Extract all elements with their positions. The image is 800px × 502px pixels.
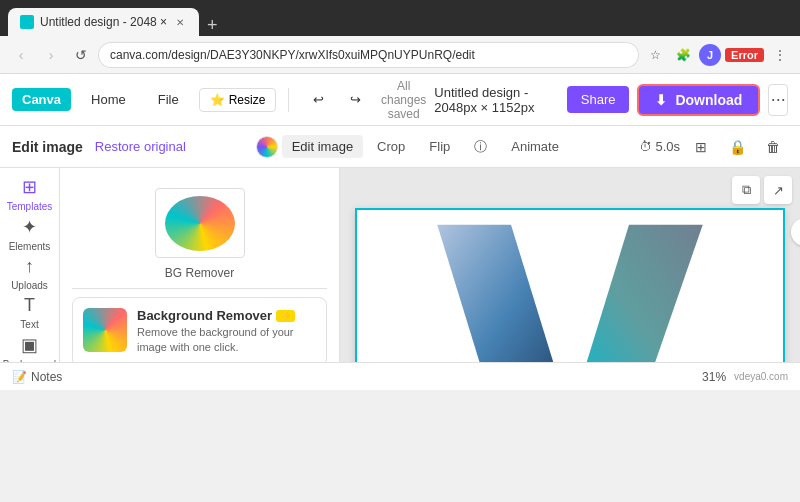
edit-toolbar-right: ⏱ 5.0s ⊞ 🔒 🗑 bbox=[639, 132, 788, 162]
restore-btn[interactable]: Restore original bbox=[95, 139, 186, 154]
edit-image-label: Edit image bbox=[12, 139, 83, 155]
tab-info[interactable]: ⓘ bbox=[464, 134, 497, 160]
tab-flip[interactable]: Flip bbox=[419, 135, 460, 158]
panel-inner: BG Remover Background Remover ⚡ Remove t… bbox=[60, 168, 339, 362]
tab-favicon bbox=[20, 15, 34, 29]
resize-btn[interactable]: ⭐ Resize bbox=[199, 88, 277, 112]
canvas-wrapper: ↺ bbox=[340, 168, 800, 362]
color-filter-btn[interactable] bbox=[256, 136, 278, 158]
browser-chrome: Untitled design - 2048 × ✕ + bbox=[0, 0, 800, 36]
svg-marker-0 bbox=[437, 225, 570, 362]
time-display: ⏱ 5.0s bbox=[639, 139, 680, 154]
download-label: Download bbox=[675, 92, 742, 108]
bg-remover-desc: Remove the background of your image with… bbox=[137, 325, 316, 356]
undo-btn[interactable]: ↩ bbox=[301, 86, 336, 113]
new-tab-btn[interactable]: + bbox=[199, 15, 226, 36]
saved-status: All changes saved bbox=[381, 79, 426, 121]
bg-remover-label: BG Remover bbox=[72, 266, 327, 280]
elements-label: Elements bbox=[9, 241, 51, 252]
uploads-icon: ↑ bbox=[25, 256, 34, 277]
canvas-area: ⧉ ↗ bbox=[340, 168, 800, 362]
sidebar-item-uploads[interactable]: ↑ Uploads bbox=[4, 256, 56, 291]
canvas-frame[interactable]: ↺ bbox=[355, 208, 785, 362]
pro-badge: ⚡ bbox=[276, 310, 295, 322]
templates-icon: ⊞ bbox=[22, 176, 37, 198]
file-btn[interactable]: File bbox=[146, 86, 191, 113]
text-label: Text bbox=[20, 319, 38, 330]
reload-btn[interactable]: ↺ bbox=[68, 42, 94, 68]
star-icon: ⭐ bbox=[210, 93, 225, 107]
edit-panel: BG Remover Background Remover ⚡ Remove t… bbox=[60, 168, 340, 362]
nav-right: ☆ 🧩 J Error ⋮ bbox=[643, 43, 792, 67]
clock-icon: ⏱ bbox=[639, 139, 652, 154]
notes-icon: 📝 bbox=[12, 370, 27, 384]
download-icon: ⬇ bbox=[655, 92, 667, 108]
tab-close-btn[interactable]: ✕ bbox=[173, 15, 187, 29]
svg-marker-1 bbox=[570, 225, 703, 362]
templates-label: Templates bbox=[7, 201, 53, 212]
error-badge: Error bbox=[725, 48, 764, 62]
tab-animate[interactable]: Animate bbox=[501, 135, 569, 158]
download-btn[interactable]: ⬇ Download bbox=[637, 84, 760, 116]
divider-1 bbox=[288, 88, 289, 112]
background-icon: ▣ bbox=[21, 334, 38, 356]
refresh-btn[interactable]: ↺ bbox=[791, 218, 800, 246]
status-bar: 📝 Notes 31% vdeya0.com bbox=[0, 362, 800, 390]
user-avatar: J bbox=[699, 44, 721, 66]
extensions-btn[interactable]: 🧩 bbox=[671, 43, 695, 67]
forward-btn[interactable]: › bbox=[38, 42, 64, 68]
redo-btn[interactable]: ↪ bbox=[338, 86, 373, 113]
menu-btn[interactable]: ⋮ bbox=[768, 43, 792, 67]
bg-remover-card[interactable]: Background Remover ⚡ Remove the backgrou… bbox=[72, 297, 327, 362]
address-bar[interactable] bbox=[98, 42, 639, 68]
watermark: vdeya0.com bbox=[734, 371, 788, 382]
tab-crop[interactable]: Crop bbox=[367, 135, 415, 158]
sidebar-item-elements[interactable]: ✦ Elements bbox=[4, 216, 56, 252]
canva-logo: Canva bbox=[12, 88, 71, 111]
zoom-level: 31% bbox=[702, 370, 726, 384]
sidebar-item-text[interactable]: T Text bbox=[4, 295, 56, 330]
home-btn[interactable]: Home bbox=[79, 86, 138, 113]
share-btn[interactable]: Share bbox=[567, 86, 630, 113]
bg-remover-card-title: Background Remover ⚡ bbox=[137, 308, 316, 323]
grid-btn[interactable]: ⊞ bbox=[686, 132, 716, 162]
notes-label: Notes bbox=[31, 370, 62, 384]
notes-btn[interactable]: 📝 Notes bbox=[12, 370, 62, 384]
more-options-btn[interactable]: ··· bbox=[768, 84, 788, 116]
bg-remover-card-content: Background Remover ⚡ Remove the backgrou… bbox=[137, 308, 316, 356]
bg-remover-img bbox=[165, 196, 235, 251]
lock-btn[interactable]: 🔒 bbox=[722, 132, 752, 162]
tab-edit-image[interactable]: Edit image bbox=[282, 135, 363, 158]
resize-label: Resize bbox=[229, 93, 266, 107]
sidebar-icons: ⊞ Templates ✦ Elements ↑ Uploads T Text … bbox=[0, 168, 60, 362]
browser-tabs: Untitled design - 2048 × ✕ + bbox=[8, 0, 226, 36]
main-area: ⊞ Templates ✦ Elements ↑ Uploads T Text … bbox=[0, 168, 800, 362]
bg-remover-preview bbox=[155, 188, 245, 258]
elements-icon: ✦ bbox=[22, 216, 37, 238]
uploads-label: Uploads bbox=[11, 280, 48, 291]
sidebar-item-background[interactable]: ▣ Background bbox=[4, 334, 56, 362]
design-title: Untitled design - 2048px × 1152px bbox=[434, 85, 550, 115]
bookmark-btn[interactable]: ☆ bbox=[643, 43, 667, 67]
bg-remover-card-icon bbox=[83, 308, 127, 352]
tab-title: Untitled design - 2048 × bbox=[40, 15, 167, 29]
text-icon: T bbox=[24, 295, 35, 316]
bg-remover-icon-inner bbox=[83, 308, 127, 352]
panel-divider-1 bbox=[72, 288, 327, 289]
history-btns: ↩ ↪ bbox=[301, 86, 373, 113]
browser-nav: ‹ › ↺ ☆ 🧩 J Error ⋮ bbox=[0, 36, 800, 74]
sidebar-item-templates[interactable]: ⊞ Templates bbox=[4, 176, 56, 212]
edit-toolbar: Edit image Restore original Edit image C… bbox=[0, 126, 800, 168]
delete-btn[interactable]: 🗑 bbox=[758, 132, 788, 162]
active-tab[interactable]: Untitled design - 2048 × ✕ bbox=[8, 8, 199, 36]
app: Canva Home File ⭐ Resize ↩ ↪ All changes… bbox=[0, 74, 800, 390]
logo-svg bbox=[357, 210, 783, 362]
top-toolbar: Canva Home File ⭐ Resize ↩ ↪ All changes… bbox=[0, 74, 800, 126]
back-btn[interactable]: ‹ bbox=[8, 42, 34, 68]
